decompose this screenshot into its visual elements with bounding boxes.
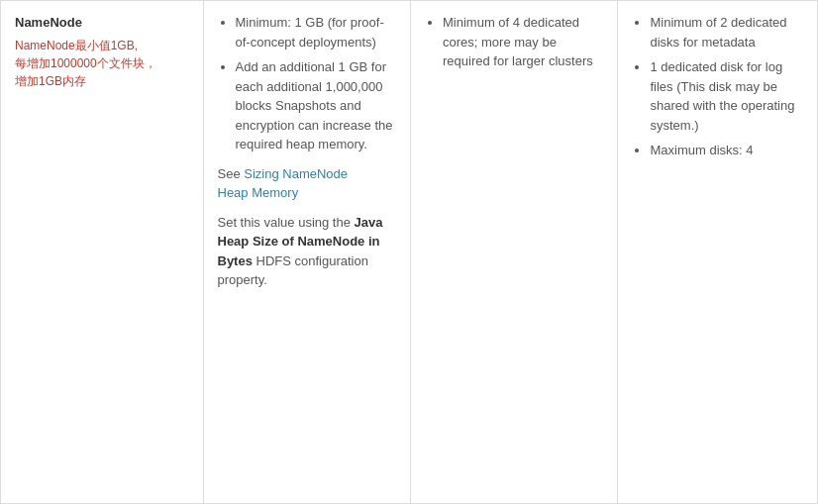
- cpu-bullet-1: Minimum of 4 dedicated cores; more may b…: [443, 13, 603, 71]
- set-prefix-text: Set this value using the: [218, 215, 355, 230]
- requirements-table: NameNode NameNode最小值1GB,每增加1000000个文件块，增…: [0, 0, 818, 504]
- disk-bullet-1: Minimum of 2 dedicated disks for metadat…: [650, 13, 803, 51]
- table-row: NameNode NameNode最小值1GB,每增加1000000个文件块，增…: [1, 1, 817, 503]
- disk-bullet-2: 1 dedicated disk for log files (This dis…: [650, 57, 803, 135]
- heap-bullet-1: Minimum: 1 GB (for proof-of-concept depl…: [236, 13, 396, 51]
- disk-bullet-3: Maximum disks: 4: [650, 141, 803, 160]
- disk-bullets: Minimum of 2 dedicated disks for metadat…: [632, 13, 803, 160]
- heap-bullet-2: Add an additional 1 GB for each addition…: [236, 57, 396, 154]
- disks-cell: Minimum of 2 dedicated disks for metadat…: [618, 1, 817, 503]
- namenode-subtitle: NameNode最小值1GB,每增加1000000个文件块，增加1GB内存: [15, 37, 189, 90]
- heap-memory-bullets: Minimum: 1 GB (for proof-of-concept depl…: [218, 13, 396, 154]
- see-prefix-text: See: [218, 166, 245, 181]
- set-value-section: Set this value using the Java Heap Size …: [218, 213, 396, 290]
- see-sizing-section: See Sizing NameNodeHeap Memory: [218, 164, 396, 203]
- cpu-cores-cell: Minimum of 4 dedicated cores; more may b…: [411, 1, 618, 503]
- cpu-bullets: Minimum of 4 dedicated cores; more may b…: [425, 13, 603, 71]
- namenode-cell: NameNode NameNode最小值1GB,每增加1000000个文件块，增…: [1, 1, 204, 503]
- heap-memory-cell: Minimum: 1 GB (for proof-of-concept depl…: [204, 1, 411, 503]
- namenode-title: NameNode: [15, 13, 189, 33]
